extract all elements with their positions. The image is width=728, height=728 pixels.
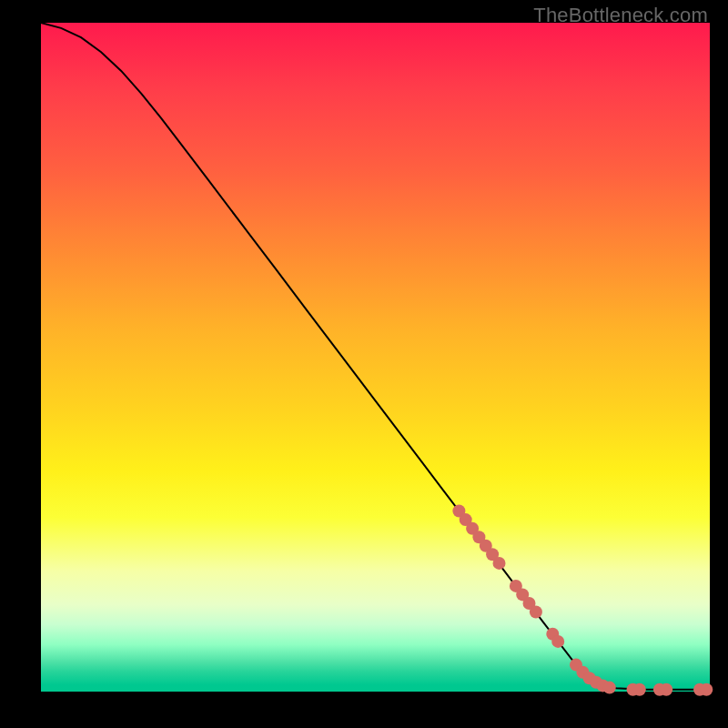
curve-marker xyxy=(660,683,672,696)
curve-marker xyxy=(493,557,506,570)
curve-marker xyxy=(530,606,542,619)
curve-marker xyxy=(603,682,616,694)
curve-marker-group xyxy=(452,505,713,696)
bottleneck-curve xyxy=(41,23,710,690)
curve-marker xyxy=(633,683,646,696)
curve-marker xyxy=(551,635,564,648)
curve-marker xyxy=(700,683,713,696)
chart-svg xyxy=(41,23,710,692)
chart-frame: TheBottleneck.com xyxy=(0,0,728,728)
plot-area xyxy=(41,23,710,692)
